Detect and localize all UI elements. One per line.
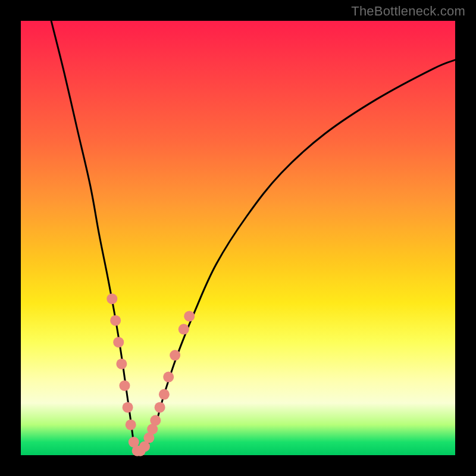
highlight-dot	[107, 293, 117, 304]
watermark-text: TheBottleneck.com	[351, 4, 465, 19]
highlight-dot	[116, 359, 127, 369]
highlight-dot	[126, 419, 136, 430]
chart-frame: TheBottleneck.com	[0, 0, 476, 476]
highlight-dot	[163, 372, 174, 383]
highlight-dot	[150, 415, 161, 426]
chart-svg	[21, 21, 455, 455]
highlight-dot	[184, 311, 195, 321]
highlight-dot	[113, 337, 124, 347]
highlight-dot	[159, 389, 170, 400]
highlight-dot	[123, 402, 133, 413]
highlight-dot	[110, 315, 121, 326]
highlight-dot	[170, 350, 180, 361]
highlight-dot	[178, 324, 189, 334]
highlight-dot	[119, 380, 130, 391]
highlight-dots-group	[107, 293, 195, 456]
highlight-dot	[155, 402, 165, 413]
bottleneck-curve-line	[51, 21, 455, 454]
plot-area	[21, 21, 455, 455]
